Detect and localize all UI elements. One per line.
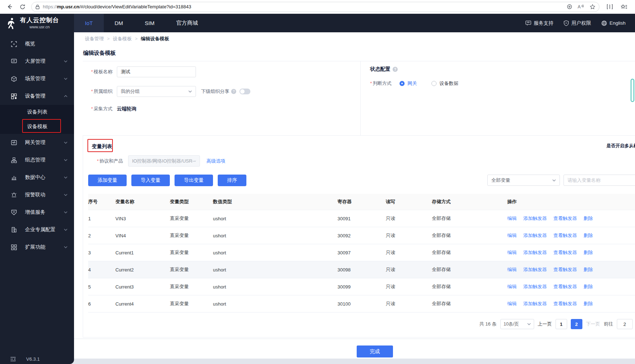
prev-page-button[interactable]: 上一页 (538, 321, 552, 327)
status-config-panel: 状态配置 ? *判断方式 网关 设备数据 (360, 61, 635, 135)
scada-icon (11, 157, 17, 163)
chevron-up-icon (64, 95, 67, 97)
table-row: 4 Current2 直采变量 ushort 30098 只读 全部存储 编辑 … (88, 261, 635, 278)
delete-link[interactable]: 删除 (583, 232, 593, 239)
nav-tab-dm[interactable]: DM (104, 14, 134, 32)
pagination: 共 16 条 10条/页 上一页 1 2 下一页 前往 (479, 319, 633, 329)
status-config-title: 状态配置 (370, 66, 390, 73)
address-bar[interactable]: https://mp.usr.cn/#/cloud/device/ViewEdi… (31, 2, 599, 12)
sidebar-item-extensions[interactable]: 扩展功能 (0, 238, 74, 256)
share-sub-org-toggle[interactable] (239, 89, 250, 94)
logo[interactable]: 有人云控制台 www.usr.cn (0, 14, 74, 32)
language-switch[interactable]: English (601, 20, 626, 26)
table-row: 3 Current1 直采变量 ushort 30097 只读 全部存储 编辑 … (88, 244, 635, 261)
back-icon[interactable] (4, 2, 15, 12)
collect-method-label: *采集方式 (85, 106, 112, 112)
sidebar-item-scene[interactable]: 场景管理 (0, 70, 74, 87)
help-icon[interactable]: ? (231, 89, 236, 94)
extensions-icon (11, 244, 17, 250)
breadcrumb-separator: > (107, 36, 110, 41)
add-trigger-link[interactable]: 添加触发器 (523, 215, 547, 222)
view-trigger-link[interactable]: 查看触发器 (553, 283, 577, 290)
page-background-strip (74, 359, 635, 364)
sort-button[interactable]: 排序 (218, 175, 246, 186)
protocol-product-label: *协议和产品 (88, 158, 123, 164)
sidebar-item-device-list[interactable]: 设备列表 (0, 105, 74, 119)
service-support[interactable]: 服务支持 (525, 20, 553, 26)
favorite-star-icon[interactable] (590, 4, 595, 10)
add-trigger-link[interactable]: 添加触发器 (523, 300, 547, 307)
url-text: https://mp.usr.cn/#/cloud/device/ViewEdi… (43, 4, 566, 9)
add-trigger-link[interactable]: 添加触发器 (523, 283, 547, 290)
page-1-button[interactable]: 1 (556, 319, 567, 329)
delete-link[interactable]: 删除 (583, 283, 593, 290)
help-icon[interactable]: ? (393, 67, 398, 72)
breadcrumb-device-management[interactable]: 设备管理 (85, 36, 104, 42)
view-trigger-link[interactable]: 查看触发器 (553, 232, 577, 239)
advanced-options-link[interactable]: 高级选项 (206, 158, 225, 164)
sidebar-item-scada[interactable]: 组态管理 (0, 151, 74, 169)
edit-link[interactable]: 编辑 (507, 300, 517, 307)
sidebar-item-bigscreen[interactable]: 大屏管理 (0, 53, 74, 70)
footer-bar: 完成 (74, 339, 635, 359)
sidebar-item-device-template[interactable]: 设备模板 (0, 119, 74, 134)
add-trigger-link[interactable]: 添加触发器 (523, 232, 547, 239)
delete-link[interactable]: 删除 (583, 266, 593, 273)
variable-search-input[interactable] (564, 175, 635, 186)
nav-tab-iot[interactable]: IoT (74, 14, 104, 32)
radio-gateway[interactable]: 网关 (400, 80, 417, 87)
add-trigger-link[interactable]: 添加触发器 (523, 266, 547, 273)
template-name-input[interactable] (117, 66, 196, 77)
user-permissions[interactable]: 用户权限 (564, 20, 591, 26)
sidebar-item-enterprise[interactable]: 企业专属配置 (0, 221, 74, 238)
sidebar-item-alarm[interactable]: 报警联动 (0, 186, 74, 204)
delete-link[interactable]: 删除 (583, 300, 593, 307)
organization-select[interactable]: 我的分组 (117, 86, 196, 97)
favorites-bar-icon[interactable] (619, 2, 629, 12)
export-variable-button[interactable]: 导出变量 (175, 175, 213, 186)
collapse-sidebar-icon[interactable] (10, 357, 16, 361)
view-trigger-link[interactable]: 查看触发器 (553, 266, 577, 273)
add-trigger-link[interactable]: 添加触发器 (523, 249, 547, 256)
table-header-row: 序号 变量名称 变量类型 数值类型 寄存器 读写 存储方式 操作 (88, 194, 635, 210)
sidebar-item-device[interactable]: 设备管理 (0, 87, 74, 105)
read-aloud-icon[interactable]: A (578, 4, 585, 9)
split-screen-icon[interactable] (605, 2, 615, 12)
variable-filter-select[interactable]: 全部变量 (487, 175, 560, 186)
col-register: 寄存器 (337, 199, 386, 205)
edit-link[interactable]: 编辑 (507, 215, 517, 222)
import-variable-button[interactable]: 导入变量 (131, 175, 170, 186)
nav-tab-sim[interactable]: SIM (134, 14, 165, 32)
main-content: 设备管理 > 设备模板 > 编辑设备模板 编辑设备模板 *模板名称 *所属组织 … (74, 32, 635, 359)
view-trigger-link[interactable]: 查看触发器 (553, 215, 577, 222)
device-icon (11, 93, 17, 99)
protocol-product-select: IO控制器/网络IO控制器/USR-IO34-CAT1-L431 (128, 155, 200, 167)
nav-tab-mall[interactable]: 官方商城 (165, 14, 209, 32)
view-trigger-link[interactable]: 查看触发器 (553, 300, 577, 307)
radio-device-data[interactable]: 设备数据 (431, 80, 458, 87)
edit-link[interactable]: 编辑 (507, 232, 517, 239)
edit-link[interactable]: 编辑 (507, 283, 517, 290)
refresh-icon[interactable] (17, 2, 28, 12)
view-trigger-link[interactable]: 查看触发器 (553, 249, 577, 256)
app-subtitle: www.usr.cn (20, 25, 59, 29)
chevron-down-icon (64, 229, 67, 231)
breadcrumb-device-template[interactable]: 设备模板 (113, 36, 132, 42)
goto-page-input[interactable] (617, 319, 633, 329)
edit-link[interactable]: 编辑 (507, 266, 517, 273)
page-size-select[interactable]: 10条/页 (500, 319, 534, 329)
scrollbar-thumb[interactable] (631, 79, 634, 102)
sidebar-item-gateway[interactable]: 网关管理 (0, 134, 74, 151)
alarm-icon (11, 192, 17, 198)
add-variable-button[interactable]: 添加变量 (88, 175, 127, 186)
next-page-button[interactable]: 下一页 (586, 321, 600, 327)
done-button[interactable]: 完成 (357, 345, 393, 357)
sidebar-item-vas[interactable]: 增值服务 (0, 204, 74, 221)
delete-link[interactable]: 删除 (583, 249, 593, 256)
sidebar-item-overview[interactable]: 概览 (0, 35, 74, 53)
sidebar-item-datacenter[interactable]: 数据中心 (0, 169, 74, 186)
page-2-button[interactable]: 2 (571, 319, 582, 329)
edit-link[interactable]: 编辑 (507, 249, 517, 256)
location-target-icon[interactable] (566, 4, 573, 10)
delete-link[interactable]: 删除 (583, 215, 593, 222)
